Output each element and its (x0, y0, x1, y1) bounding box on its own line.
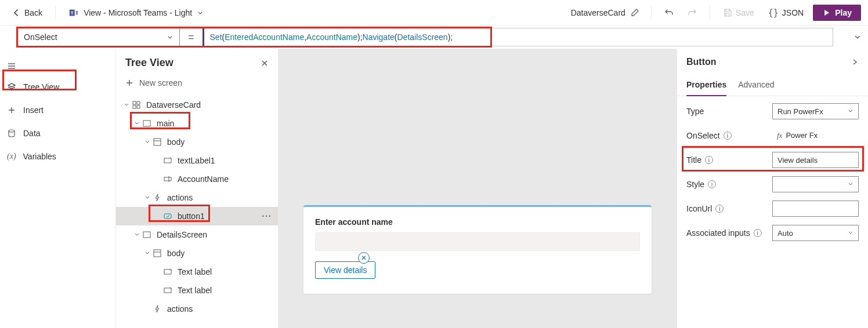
formula-input[interactable]: Set(EnteredAccountName, AccountName); Na… (202, 28, 833, 46)
prop-panel-header: Button (677, 49, 868, 75)
rail-data[interactable]: Data (0, 122, 115, 145)
play-label: Play (835, 8, 852, 17)
redo-icon (687, 8, 697, 18)
svg-text:T: T (71, 10, 74, 15)
tree-node-textlabel1[interactable]: textLabel1 (116, 151, 278, 170)
top-command-bar: Back T View - Microsoft Teams - Light Da… (0, 0, 868, 25)
app-icon (132, 101, 140, 109)
new-screen-label: New screen (139, 78, 182, 88)
redo-button (683, 3, 701, 22)
info-icon[interactable]: i (724, 132, 732, 140)
token: ); (357, 32, 363, 42)
undo-button[interactable] (660, 3, 678, 22)
save-button: Save (718, 6, 759, 20)
tree-node-root[interactable]: DataverseCard (116, 96, 278, 114)
info-icon[interactable]: i (708, 180, 716, 188)
tree-label: textLabel1 (178, 156, 215, 165)
prop-iconurl-input[interactable] (772, 201, 859, 217)
prop-label: IconUrl (686, 204, 712, 213)
svg-rect-5 (137, 101, 140, 104)
prop-title-input[interactable]: View details (772, 152, 859, 168)
tree-list: DataverseCard main body textLabel1 Accou (116, 92, 278, 328)
prop-value: Power Fx (786, 131, 818, 140)
svg-rect-11 (164, 177, 171, 181)
prop-style-select[interactable] (772, 176, 859, 192)
prop-label: Style (686, 180, 704, 189)
chevron-down-icon (134, 232, 140, 238)
prop-label: Title (686, 155, 701, 165)
prop-type-select[interactable]: Run PowerFx (772, 103, 859, 119)
prop-value: Run PowerFx (777, 107, 823, 116)
info-icon[interactable]: i (715, 205, 724, 213)
canvas[interactable]: Enter account name ✕ View details (279, 49, 677, 328)
prop-onselect-value[interactable]: fxPower Fx (772, 127, 859, 144)
prop-row-title: Titlei View details (686, 152, 859, 168)
chevron-down-icon (124, 102, 129, 108)
tab-advanced[interactable]: Advanced (738, 75, 774, 96)
prop-label: OnSelect (686, 131, 720, 140)
app-name-text: DataverseCard (571, 8, 625, 17)
rail-insert[interactable]: Insert (0, 99, 115, 122)
left-rail: Tree View Insert Data (x) Variables (0, 49, 116, 328)
token-type: DetailsScreen (397, 32, 448, 42)
more-icon[interactable]: ··· (262, 212, 272, 221)
chevron-right-icon[interactable] (851, 58, 859, 66)
close-icon[interactable] (261, 59, 269, 67)
tree-panel: Tree View New screen DataverseCard main … (116, 49, 279, 328)
tree-label: body (167, 137, 185, 147)
rail-label: Tree View (23, 82, 59, 92)
token-id: AccountName (306, 32, 357, 42)
tree-node-button1[interactable]: button1 ··· (116, 207, 278, 225)
tree-label: actions (167, 304, 193, 314)
new-screen-button[interactable]: New screen (116, 74, 278, 92)
formula-bar: OnSelect = Set(EnteredAccountName, Accou… (0, 25, 868, 49)
rail-tree-view[interactable]: Tree View (0, 75, 115, 99)
prop-row-associated: Associated inputsi Auto (686, 225, 859, 241)
tree-node-detailsscreen[interactable]: DetailsScreen (116, 225, 278, 244)
textlabel-icon (164, 268, 172, 276)
tab-label: Advanced (738, 80, 774, 89)
svg-point-3 (9, 130, 15, 132)
tree-node-main[interactable]: main (116, 114, 278, 133)
play-icon (822, 9, 830, 17)
container-icon (153, 249, 161, 257)
divider (651, 6, 652, 20)
rail-hamburger[interactable] (0, 57, 115, 75)
tree-node-actions2[interactable]: actions (116, 300, 278, 318)
info-icon[interactable]: i (705, 156, 713, 164)
arrow-left-icon (12, 8, 21, 17)
tab-properties[interactable]: Properties (686, 75, 726, 96)
svg-rect-9 (154, 139, 161, 145)
tree-node-accountname[interactable]: AccountName (116, 170, 278, 188)
button-icon (164, 212, 172, 220)
card-preview[interactable]: Enter account name ✕ View details (303, 205, 652, 294)
tree-node-textlabel-a[interactable]: Text label (116, 263, 278, 281)
tree-node-actions[interactable]: actions (116, 188, 278, 207)
tree-node-textlabel-b[interactable]: Text label (116, 281, 278, 300)
screen-icon (143, 231, 151, 239)
svg-rect-1 (76, 10, 78, 14)
back-button[interactable]: Back (7, 6, 47, 20)
lightning-icon (153, 305, 161, 313)
prop-panel-title: Button (686, 57, 717, 67)
rail-variables[interactable]: (x) Variables (0, 145, 115, 168)
edit-icon[interactable] (630, 8, 639, 17)
back-label: Back (24, 8, 42, 17)
equals-icon: = (186, 31, 197, 43)
view-details-button[interactable]: View details (315, 261, 375, 279)
json-button[interactable]: {} JSON (764, 5, 808, 20)
svg-rect-6 (133, 105, 136, 108)
svg-rect-4 (133, 101, 136, 104)
chevron-down-icon (848, 181, 853, 187)
tree-node-body2[interactable]: body (116, 244, 278, 263)
error-badge-icon[interactable]: ✕ (358, 252, 370, 264)
play-button[interactable]: Play (813, 5, 861, 21)
theme-selector[interactable]: T View - Microsoft Teams - Light (64, 5, 208, 20)
tree-node-body[interactable]: body (116, 133, 278, 151)
prop-assoc-select[interactable]: Auto (772, 225, 859, 241)
property-selector[interactable]: OnSelect (17, 28, 180, 46)
card-text-input[interactable] (315, 232, 640, 251)
info-icon[interactable]: i (754, 229, 762, 237)
svg-rect-14 (154, 250, 161, 257)
expand-formula-button[interactable] (853, 32, 862, 42)
